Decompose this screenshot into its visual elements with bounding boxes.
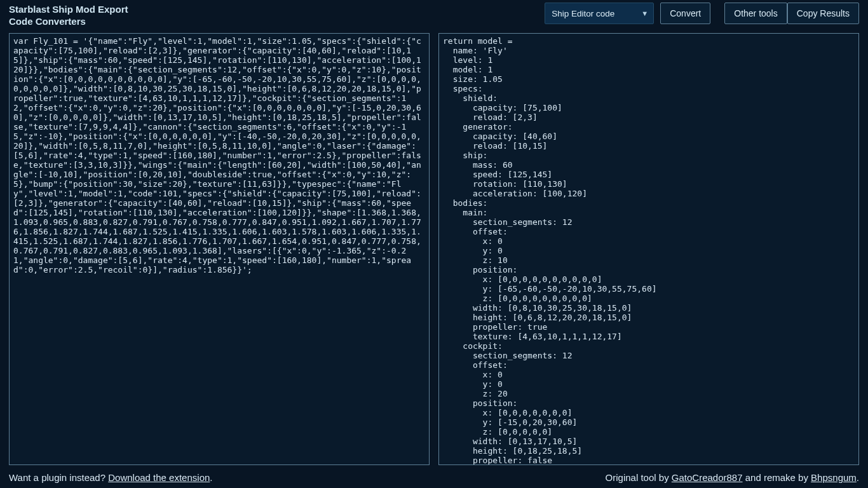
credit-suffix: . [857, 472, 859, 483]
format-select-value: Ship Editor code [552, 9, 614, 18]
app-title: Starblast Ship Mod Export Code Converter… [9, 3, 128, 28]
plugin-suffix: . [210, 472, 212, 483]
chevron-down-icon: ▼ [641, 10, 648, 17]
header-bar: Starblast Ship Mod Export Code Converter… [0, 0, 868, 33]
title-line-2: Code Converters [9, 16, 128, 28]
title-line-1: Starblast Ship Mod Export [9, 4, 128, 16]
author1-link[interactable]: GatoCreador887 [672, 472, 743, 483]
plugin-hint: Want a plugin instead? Download the exte… [9, 472, 213, 483]
copy-results-label: Copy Results [797, 8, 850, 18]
format-select[interactable]: Ship Editor code ▼ [545, 3, 654, 24]
output-code-panel[interactable]: return model = name: 'Fly' level: 1 mode… [438, 33, 859, 465]
credits: Original tool by GatoCreador887 and rema… [606, 472, 859, 483]
input-code-panel[interactable]: var Fly_101 = '{"name":"Fly","level":1,"… [9, 33, 430, 465]
other-tools-label: Other tools [734, 8, 777, 18]
credit-mid: and remake by [743, 472, 811, 483]
convert-button-label: Convert [670, 8, 701, 18]
download-extension-link[interactable]: Download the extension [108, 472, 210, 483]
plugin-prefix: Want a plugin instead? [9, 472, 108, 483]
controls-right: Copy Results [787, 3, 859, 24]
controls-mid: Other tools [724, 3, 787, 24]
other-tools-button[interactable]: Other tools [724, 3, 787, 24]
footer: Want a plugin instead? Download the exte… [0, 465, 868, 485]
convert-button[interactable]: Convert [660, 3, 710, 24]
credit-prefix: Original tool by [606, 472, 672, 483]
panels: var Fly_101 = '{"name":"Fly","level":1,"… [0, 33, 868, 465]
copy-results-button[interactable]: Copy Results [787, 3, 859, 24]
controls-left: Ship Editor code ▼ Convert [545, 3, 710, 24]
author2-link[interactable]: Bhpsngum [811, 472, 857, 483]
